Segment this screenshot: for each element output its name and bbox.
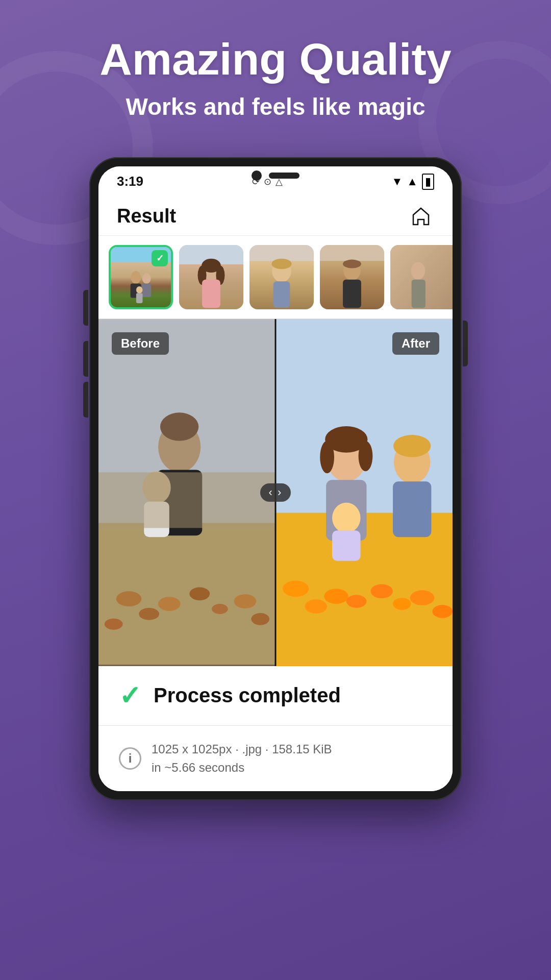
file-info-line1: 1025 x 1025px · .jpg · 158.15 KiB	[152, 740, 332, 758]
after-label: After	[392, 332, 439, 355]
svg-point-27	[234, 594, 257, 608]
before-label: Before	[112, 332, 169, 355]
boy-silhouette	[249, 258, 314, 309]
photo-after	[276, 319, 453, 666]
svg-point-12	[271, 258, 291, 269]
status-time: 3:19	[117, 174, 143, 189]
svg-point-24	[105, 618, 123, 629]
svg-point-47	[320, 440, 334, 473]
svg-point-4	[136, 286, 143, 293]
svg-point-2	[142, 273, 151, 284]
after-photo-svg	[276, 319, 453, 666]
file-info-line2: in ~5.66 seconds	[152, 758, 332, 777]
svg-point-41	[370, 584, 393, 598]
bottom-area: ✓ Process completed i 1025 x 1025px · .j…	[98, 666, 453, 791]
svg-rect-18	[412, 279, 425, 308]
file-details: 1025 x 1025px · .jpg · 158.15 KiB in ~5.…	[152, 740, 332, 777]
camera-dot	[252, 170, 262, 181]
svg-point-26	[212, 604, 228, 614]
svg-point-53	[393, 435, 431, 457]
top-bar: Result	[98, 197, 453, 236]
svg-rect-54	[393, 481, 431, 537]
svg-point-42	[393, 598, 411, 610]
svg-rect-3	[142, 283, 151, 297]
thumbnail-strip: ✓	[98, 236, 453, 319]
thumbnail-5[interactable]	[390, 245, 453, 309]
partial-silhouette	[390, 258, 453, 309]
phone-mockup: 3:19 ⟳ ⊙ △ ▼ ▲ ▮ Result	[89, 157, 462, 800]
thumbnail-3[interactable]	[249, 245, 314, 309]
svg-point-48	[359, 440, 373, 471]
svg-point-22	[139, 608, 159, 620]
svg-point-21	[116, 591, 142, 606]
svg-point-25	[189, 587, 210, 600]
comparison-handle[interactable]: ‹ ›	[260, 483, 291, 502]
svg-point-39	[324, 589, 348, 604]
comparison-area[interactable]: Before After ‹ ›	[98, 319, 453, 666]
svg-point-37	[283, 580, 309, 597]
svg-point-50	[332, 502, 361, 532]
man-silhouette	[320, 258, 384, 309]
svg-point-0	[131, 271, 141, 284]
photo-before	[98, 319, 276, 666]
svg-point-44	[432, 605, 453, 618]
page-title: Amazing Quality	[31, 36, 520, 83]
file-info-bar: i 1025 x 1025px · .jpg · 158.15 KiB in ~…	[98, 726, 453, 791]
svg-point-40	[346, 595, 367, 608]
svg-rect-51	[332, 530, 361, 560]
phone-screen: 3:19 ⟳ ⊙ △ ▼ ▲ ▮ Result	[98, 166, 453, 791]
thumbnail-2[interactable]	[179, 245, 243, 309]
status-right-icons: ▼ ▲ ▮	[391, 174, 434, 190]
home-button[interactable]	[408, 203, 434, 229]
checkmark-icon: ✓	[119, 682, 141, 709]
signal-icon: ▲	[407, 175, 418, 188]
svg-rect-5	[136, 293, 143, 303]
home-icon	[411, 206, 431, 226]
screen-title: Result	[117, 205, 176, 227]
speaker-grill	[269, 173, 299, 179]
page-subtitle: Works and feels like magic	[31, 93, 520, 121]
svg-point-23	[158, 597, 181, 611]
woman-silhouette	[179, 258, 243, 309]
info-icon: i	[119, 747, 141, 770]
svg-point-30	[160, 412, 198, 441]
svg-point-43	[410, 590, 435, 605]
selected-check: ✓	[152, 250, 168, 266]
before-photo-svg	[98, 319, 276, 666]
svg-rect-10	[202, 279, 220, 308]
svg-rect-16	[343, 279, 361, 308]
svg-rect-13	[273, 281, 290, 307]
thumbnail-1[interactable]: ✓	[109, 245, 173, 309]
process-complete-bar: ✓ Process completed	[98, 666, 453, 726]
svg-point-28	[251, 613, 269, 625]
svg-point-38	[305, 599, 328, 614]
battery-icon: ▮	[422, 174, 434, 190]
family-silhouette	[111, 265, 171, 307]
svg-point-17	[411, 262, 425, 279]
process-completed-text: Process completed	[154, 684, 341, 707]
svg-rect-34	[98, 472, 276, 528]
wifi-icon: ▼	[391, 175, 403, 188]
thumbnail-4[interactable]	[320, 245, 384, 309]
svg-point-15	[343, 259, 361, 268]
header-section: Amazing Quality Works and feels like mag…	[0, 0, 551, 142]
phone-container: 3:19 ⟳ ⊙ △ ▼ ▲ ▮ Result	[0, 157, 551, 800]
